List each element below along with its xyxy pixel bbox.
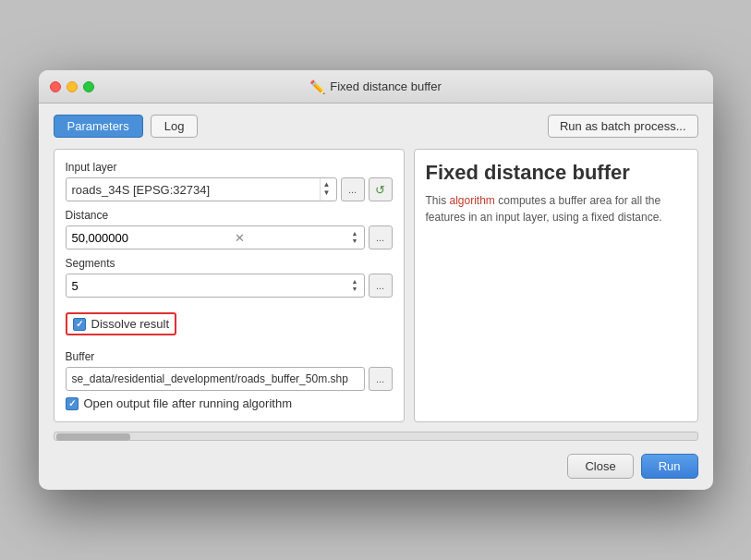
distance-field[interactable]: 50,000000 ✕ ▲ ▼ bbox=[66, 225, 365, 250]
open-output-checkbox[interactable] bbox=[66, 397, 79, 410]
left-panel: Input layer roads_34S [EPSG:32734] ▲ ▼ .… bbox=[54, 149, 405, 422]
window-title: ✏️ Fixed distance buffer bbox=[309, 79, 441, 94]
open-output-label: Open output file after running algorithm bbox=[84, 396, 292, 410]
buffer-field[interactable]: se_data/residential_development/roads_bu… bbox=[66, 367, 365, 391]
distance-up-icon[interactable]: ▲ bbox=[352, 230, 358, 237]
segments-spinner[interactable]: ▲ ▼ bbox=[352, 274, 358, 297]
distance-spinner[interactable]: ▲ ▼ bbox=[352, 226, 358, 249]
distance-down-icon[interactable]: ▼ bbox=[352, 237, 358, 245]
segments-down-icon[interactable]: ▼ bbox=[352, 286, 358, 293]
distance-clear-button[interactable]: ✕ bbox=[232, 231, 248, 245]
window-body: Parameters Log Run as batch process... I… bbox=[39, 103, 713, 490]
segments-value: 5 bbox=[72, 279, 79, 293]
segments-label: Segments bbox=[66, 257, 393, 270]
main-area: Input layer roads_34S [EPSG:32734] ▲ ▼ .… bbox=[54, 149, 698, 422]
title-bar: ✏️ Fixed distance buffer bbox=[39, 70, 713, 103]
right-panel: Fixed distance buffer This algorithm com… bbox=[414, 149, 698, 422]
input-layer-refresh-button[interactable]: ↺ bbox=[369, 177, 393, 201]
input-layer-row: roads_34S [EPSG:32734] ▲ ▼ ... ↺ bbox=[66, 177, 393, 201]
scrollbar-thumb[interactable] bbox=[56, 433, 130, 441]
open-output-row: Open output file after running algorithm bbox=[66, 396, 393, 410]
combo-down-icon[interactable]: ▼ bbox=[323, 189, 331, 198]
buffer-label: Buffer bbox=[66, 350, 393, 363]
title-pencil-icon: ✏️ bbox=[309, 79, 325, 94]
segments-field[interactable]: 5 ▲ ▼ bbox=[66, 274, 365, 298]
help-desc-text1: This bbox=[426, 194, 450, 207]
buffer-row: se_data/residential_development/roads_bu… bbox=[66, 367, 393, 391]
scrollbar[interactable] bbox=[54, 432, 698, 441]
distance-label: Distance bbox=[66, 209, 393, 222]
help-desc-algorithm: algorithm bbox=[450, 194, 495, 207]
dissolve-checkbox[interactable] bbox=[73, 318, 86, 331]
combo-arrows[interactable]: ▲ ▼ bbox=[320, 178, 331, 201]
batch-process-button[interactable]: Run as batch process... bbox=[548, 115, 698, 138]
buffer-value: se_data/residential_development/roads_bu… bbox=[72, 372, 348, 385]
dissolve-row: Dissolve result bbox=[66, 312, 177, 335]
input-layer-label: Input layer bbox=[66, 161, 393, 174]
maximize-traffic-light[interactable] bbox=[83, 81, 94, 92]
run-button[interactable]: Run bbox=[641, 454, 698, 479]
segments-options-button[interactable]: ... bbox=[369, 274, 393, 298]
bottom-bar: Close Run bbox=[54, 454, 698, 479]
input-layer-combo[interactable]: roads_34S [EPSG:32734] ▲ ▼ bbox=[66, 177, 337, 201]
help-title: Fixed distance buffer bbox=[426, 161, 686, 185]
segments-row: 5 ▲ ▼ ... bbox=[66, 274, 393, 298]
input-layer-browse-button[interactable]: ... bbox=[341, 177, 365, 201]
distance-options-button[interactable]: ... bbox=[369, 225, 393, 250]
minimize-traffic-light[interactable] bbox=[67, 81, 78, 92]
top-bar: Parameters Log Run as batch process... bbox=[54, 115, 698, 138]
buffer-browse-button[interactable]: ... bbox=[369, 367, 393, 391]
dissolve-label: Dissolve result bbox=[91, 317, 170, 331]
distance-value: 50,000000 bbox=[72, 231, 128, 245]
help-description: This algorithm computes a buffer area fo… bbox=[426, 192, 686, 225]
main-window: ✏️ Fixed distance buffer Parameters Log … bbox=[39, 70, 713, 490]
close-button[interactable]: Close bbox=[567, 454, 633, 479]
segments-up-icon[interactable]: ▲ bbox=[352, 278, 358, 286]
input-layer-value: roads_34S [EPSG:32734] bbox=[72, 183, 320, 197]
distance-row: 50,000000 ✕ ▲ ▼ ... bbox=[66, 225, 393, 250]
tab-parameters[interactable]: Parameters bbox=[54, 115, 143, 138]
tab-log[interactable]: Log bbox=[151, 115, 199, 138]
traffic-lights bbox=[50, 81, 94, 92]
close-traffic-light[interactable] bbox=[50, 81, 61, 92]
